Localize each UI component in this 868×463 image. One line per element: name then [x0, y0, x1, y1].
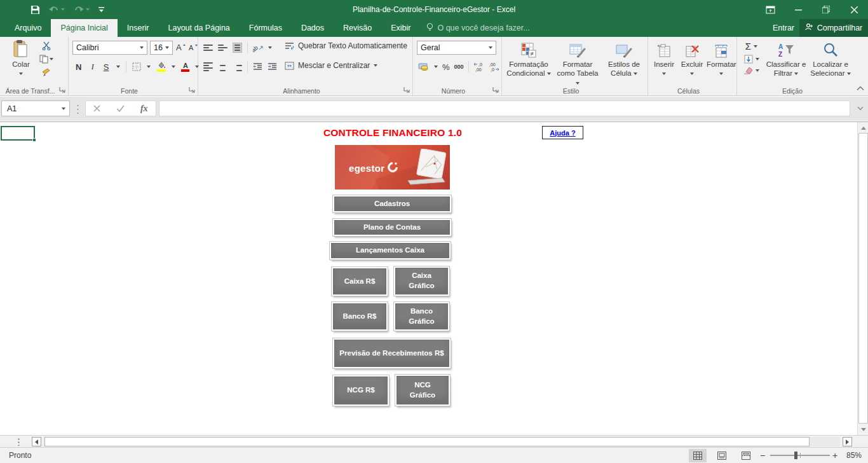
horizontal-scroll-thumb[interactable]: [44, 437, 810, 446]
increase-font-icon[interactable]: A: [175, 42, 186, 52]
delete-cells-button[interactable]: Excluir: [679, 39, 705, 93]
paste-button[interactable]: Colar: [6, 39, 36, 93]
wrap-text-icon[interactable]: [285, 42, 294, 50]
clipboard-dialog-launcher-icon[interactable]: [59, 86, 66, 93]
sign-in-button[interactable]: Entrar: [773, 19, 794, 37]
button-banco-rs[interactable]: Banco R$: [332, 302, 388, 331]
zoom-out-icon[interactable]: −: [760, 448, 765, 463]
increase-decimal-icon[interactable]: ,0,00: [473, 62, 484, 72]
find-select-button[interactable]: Localizar e Selecionar: [808, 39, 853, 93]
insert-function-button[interactable]: fx: [140, 104, 148, 114]
button-lancamentos-caixa[interactable]: Lançamentos Caixa: [330, 242, 451, 259]
scroll-up-icon[interactable]: [858, 123, 868, 133]
number-format-combo[interactable]: Geral: [417, 41, 496, 55]
font-size-combo[interactable]: 16: [150, 41, 173, 55]
merge-center-icon[interactable]: [285, 62, 294, 70]
align-bottom-icon[interactable]: [233, 43, 242, 53]
tab-strip-resize-handle[interactable]: [18, 438, 20, 446]
fill-color-icon[interactable]: [156, 62, 166, 72]
font-name-combo[interactable]: Calibri: [72, 41, 147, 55]
button-cadastros[interactable]: Cadastros: [333, 195, 451, 212]
enter-icon[interactable]: [116, 103, 125, 114]
horizontal-scrollbar[interactable]: [43, 437, 840, 446]
wrap-text-label[interactable]: Quebrar Texto Automaticamente: [298, 41, 407, 50]
sheet-scroll-right-icon[interactable]: [843, 437, 852, 446]
formula-input[interactable]: [159, 100, 850, 116]
align-left-icon[interactable]: [203, 62, 213, 71]
fill-color-dropdown-icon[interactable]: [172, 66, 175, 68]
merge-center-dropdown-icon[interactable]: [374, 64, 377, 67]
name-box[interactable]: A1: [1, 100, 70, 116]
format-painter-icon[interactable]: [39, 68, 53, 77]
tab-inserir[interactable]: Inserir: [118, 19, 159, 37]
conditional-formatting-button[interactable]: ≠ Formatação Condicional: [506, 39, 552, 93]
tab-revisao[interactable]: Revisão: [334, 19, 381, 37]
merge-center-label[interactable]: Mesclar e Centralizar: [298, 61, 370, 70]
name-box-dropdown-icon[interactable]: [62, 107, 65, 110]
fill-button[interactable]: [743, 55, 759, 64]
button-ncg-grafico[interactable]: NCG Gráfico: [395, 375, 450, 406]
comma-style-button[interactable]: 000: [454, 64, 464, 70]
accounting-dropdown-icon[interactable]: [434, 66, 438, 68]
vertical-scroll-thumb[interactable]: [858, 133, 868, 424]
help-box[interactable]: Ajuda ?: [542, 126, 583, 139]
formula-bar-resize-handle[interactable]: [77, 104, 79, 114]
normal-view-icon[interactable]: [689, 449, 707, 462]
collapse-ribbon-icon[interactable]: [857, 84, 864, 93]
minimize-icon[interactable]: [784, 0, 812, 19]
copy-icon[interactable]: [39, 55, 53, 64]
sort-filter-button[interactable]: AZ Classificar e Filtrar: [765, 39, 807, 93]
zoom-slider-thumb[interactable]: [794, 452, 797, 459]
scroll-down-icon[interactable]: [858, 424, 868, 434]
button-caixa-rs[interactable]: Caixa R$: [332, 267, 388, 296]
button-previsao-recebimentos[interactable]: Previsão de Recebimentos R$: [333, 338, 451, 368]
tab-formulas[interactable]: Fórmulas: [240, 19, 292, 37]
button-plano-de-contas[interactable]: Plano de Contas: [333, 219, 451, 236]
decrease-decimal-icon[interactable]: ,00,0: [489, 62, 499, 72]
underline-dropdown-icon[interactable]: [116, 66, 120, 68]
tab-pagina-inicial[interactable]: Página Inicial: [51, 19, 117, 37]
button-ncg-rs[interactable]: NCG R$: [333, 375, 389, 406]
align-middle-icon[interactable]: [218, 45, 227, 51]
cell-styles-button[interactable]: Estilos de Célula: [604, 39, 644, 93]
clear-button[interactable]: [743, 67, 759, 74]
italic-button[interactable]: I: [89, 62, 95, 72]
share-button[interactable]: Compartilhar: [799, 19, 868, 37]
tab-exibir[interactable]: Exibir: [381, 19, 420, 37]
increase-indent-icon[interactable]: [268, 63, 277, 71]
worksheet[interactable]: CONTROLE FINANCEIRO 1.0 Ajuda ? egestor: [0, 121, 868, 435]
format-as-table-button[interactable]: Formatar como Tabela: [554, 39, 601, 93]
zoom-level[interactable]: 85%: [839, 448, 862, 463]
underline-button[interactable]: S: [102, 62, 111, 72]
tab-dados[interactable]: Dados: [292, 19, 334, 37]
fill-handle[interactable]: [32, 138, 36, 142]
borders-icon[interactable]: [132, 62, 141, 71]
insert-cells-button[interactable]: Inserir: [651, 39, 677, 93]
tab-layout-da-pagina[interactable]: Layout da Página: [158, 19, 239, 37]
number-dialog-launcher-icon[interactable]: [492, 86, 499, 93]
decrease-indent-icon[interactable]: [253, 63, 262, 71]
sheet-scroll-left-icon[interactable]: [32, 437, 41, 446]
close-icon[interactable]: [840, 0, 868, 19]
orientation-icon[interactable]: ab: [253, 43, 263, 52]
decrease-font-icon[interactable]: A: [188, 42, 198, 52]
zoom-slider[interactable]: [770, 455, 830, 456]
formula-bar-expand-icon[interactable]: [854, 100, 867, 116]
cancel-icon[interactable]: [93, 103, 100, 114]
button-banco-grafico[interactable]: Banco Gráfico: [394, 302, 449, 331]
bold-button[interactable]: N: [74, 62, 83, 72]
autosum-button[interactable]: Σ: [743, 41, 759, 52]
help-link[interactable]: Ajuda ?: [550, 129, 575, 137]
percent-style-button[interactable]: %: [442, 62, 450, 72]
align-top-icon[interactable]: [203, 45, 213, 51]
selected-cell-a1[interactable]: [1, 126, 35, 141]
accounting-format-icon[interactable]: [418, 62, 430, 71]
alignment-dialog-launcher-icon[interactable]: [403, 86, 410, 93]
page-break-preview-icon[interactable]: [737, 449, 755, 462]
font-color-icon[interactable]: A: [181, 62, 189, 72]
font-dialog-launcher-icon[interactable]: [189, 86, 196, 93]
cut-icon[interactable]: [39, 41, 53, 50]
ribbon-display-options-icon[interactable]: [756, 0, 784, 19]
restore-icon[interactable]: [812, 0, 840, 19]
vertical-scrollbar[interactable]: [857, 122, 868, 435]
